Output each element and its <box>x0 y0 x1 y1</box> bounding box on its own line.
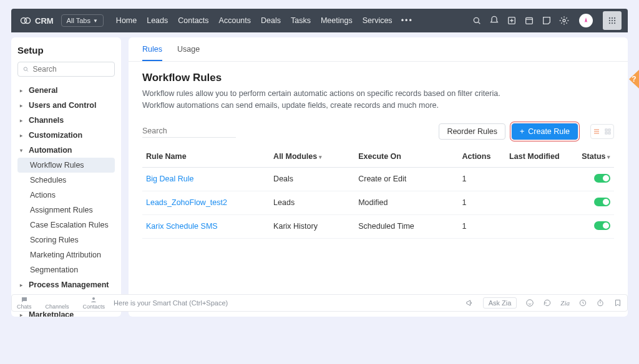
nav-meetings[interactable]: Meetings <box>321 16 353 25</box>
add-icon[interactable] <box>507 16 517 26</box>
announce-icon[interactable] <box>466 299 474 307</box>
brand: CRM <box>20 15 54 26</box>
rule-name-link[interactable]: Karix Schedule SMS <box>142 214 270 238</box>
col-last-modified: Last Modified <box>505 146 567 168</box>
nav-home[interactable]: Home <box>116 16 137 25</box>
sidebar-item-label: Users and Control <box>29 101 96 110</box>
apps-grid-icon[interactable] <box>603 11 622 30</box>
rule-status-cell <box>567 191 614 214</box>
main-tabs: Rules Usage <box>129 37 628 62</box>
page-title: Workflow Rules <box>142 72 614 84</box>
nav-accounts[interactable]: Accounts <box>219 16 251 25</box>
footer-channels[interactable]: Channels <box>46 296 69 310</box>
svg-point-2 <box>474 17 479 22</box>
table-row: Big Deal RuleDealsCreate or Edit1 <box>142 167 614 191</box>
sidebar-sub-segmentation[interactable]: Segmentation <box>17 262 115 277</box>
create-rule-button[interactable]: + Create Rule <box>512 123 578 140</box>
footer-chats[interactable]: Chats <box>17 296 32 310</box>
nav-deals[interactable]: Deals <box>261 16 281 25</box>
caret-right-icon: ▸ <box>20 88 25 93</box>
rule-actions: 1 <box>459 191 506 214</box>
sidebar-title: Setup <box>17 45 115 55</box>
caret-down-icon: ▾ <box>20 148 25 153</box>
footer-contacts[interactable]: Contacts <box>83 296 105 310</box>
bell-icon[interactable] <box>489 16 499 26</box>
nav-contacts[interactable]: Contacts <box>178 16 208 25</box>
tab-usage[interactable]: Usage <box>177 45 200 61</box>
status-toggle[interactable] <box>594 198 610 206</box>
nav-leads[interactable]: Leads <box>147 16 168 25</box>
svg-point-7 <box>612 17 613 19</box>
sidebar-item-general[interactable]: ▸General <box>17 83 115 98</box>
list-view-icon[interactable] <box>591 125 602 138</box>
rules-search[interactable] <box>142 125 236 138</box>
caret-right-icon: ▸ <box>20 312 25 317</box>
calendar-icon[interactable] <box>524 16 534 26</box>
gear-icon[interactable] <box>559 16 569 26</box>
sidebar-sub-case-escalation[interactable]: Case Escalation Rules <box>17 218 115 232</box>
rule-last-modified <box>505 214 567 238</box>
sidebar-sub-label: Case Escalation Rules <box>30 221 109 229</box>
sidebar-sub-workflow-rules[interactable]: Workflow Rules <box>17 158 115 173</box>
search-icon[interactable] <box>472 16 482 26</box>
tab-rules[interactable]: Rules <box>142 45 162 61</box>
primary-nav: Home Leads Contacts Accounts Deals Tasks… <box>116 16 393 25</box>
sidebar-item-automation[interactable]: ▾Automation <box>17 143 115 158</box>
col-actions: Actions <box>459 146 506 168</box>
sidebar-search[interactable] <box>17 62 115 77</box>
nav-tasks[interactable]: Tasks <box>291 16 311 25</box>
refresh-icon[interactable] <box>543 299 552 307</box>
rule-name-link[interactable]: Leads_ZohoFlow_test2 <box>142 191 270 214</box>
avatar[interactable] <box>579 14 593 27</box>
grid-view-icon[interactable] <box>602 125 613 138</box>
sidebar-item-channels[interactable]: ▸Channels <box>17 113 115 128</box>
clock-icon[interactable] <box>578 299 587 307</box>
sidebar-item-users-control[interactable]: ▸Users and Control <box>17 98 115 113</box>
rule-name-link[interactable]: Big Deal Rule <box>142 167 270 191</box>
svg-point-9 <box>609 20 610 21</box>
svg-point-11 <box>614 20 615 21</box>
rules-toolbar: Reorder Rules + Create Rule <box>142 123 614 140</box>
footer-right: Ask Zia Zia <box>466 297 622 309</box>
ask-zia-button[interactable]: Ask Zia <box>483 297 517 309</box>
sidebar-sub-assignment-rules[interactable]: Assignment Rules <box>17 203 115 218</box>
svg-point-8 <box>614 17 615 19</box>
svg-point-6 <box>609 17 610 19</box>
inbox-icon[interactable] <box>542 16 552 26</box>
footer-left: Chats Channels Contacts <box>17 296 105 310</box>
smile-icon[interactable] <box>525 299 534 307</box>
svg-point-13 <box>612 22 613 24</box>
svg-point-15 <box>24 67 27 70</box>
sidebar-sub-marketing-attribution[interactable]: Marketing Attribution <box>17 247 115 262</box>
sidebar-sub-actions[interactable]: Actions <box>17 188 115 203</box>
nav-services[interactable]: Services <box>363 16 393 25</box>
col-rule-name: Rule Name <box>142 146 270 168</box>
reorder-rules-button[interactable]: Reorder Rules <box>439 123 505 140</box>
nav-more-icon[interactable]: ••• <box>401 16 413 25</box>
zia-icon[interactable]: Zia <box>560 299 570 307</box>
search-icon <box>22 65 29 73</box>
help-tab-icon[interactable]: ? <box>629 70 639 89</box>
col-status[interactable]: Status <box>567 146 614 168</box>
sidebar-sub-label: Marketing Attribution <box>30 251 101 259</box>
sidebar-sub-scoring-rules[interactable]: Scoring Rules <box>17 232 115 247</box>
caret-right-icon: ▸ <box>20 133 25 138</box>
sidebar-item-customization[interactable]: ▸Customization <box>17 128 115 143</box>
stopwatch-icon[interactable] <box>596 299 605 307</box>
rule-status-cell <box>567 214 614 238</box>
col-modules[interactable]: All Modules <box>270 146 354 168</box>
svg-point-12 <box>609 22 610 24</box>
sidebar-item-label: Customization <box>29 131 82 140</box>
sidebar-item-process-management[interactable]: ▸Process Management <box>17 277 115 292</box>
status-toggle[interactable] <box>594 221 610 230</box>
sidebar-sub-label: Actions <box>30 191 56 199</box>
status-toggle[interactable] <box>594 174 610 183</box>
all-tabs-dropdown[interactable]: All Tabs ▼ <box>61 14 104 27</box>
sidebar-sub-schedules[interactable]: Schedules <box>17 173 115 188</box>
bookmark-icon[interactable] <box>613 299 622 307</box>
rules-search-input[interactable] <box>142 127 240 135</box>
table-row: Karix Schedule SMSKarix HistoryScheduled… <box>142 214 614 238</box>
sidebar-search-input[interactable] <box>33 65 110 74</box>
sidebar-item-label: Channels <box>29 116 64 125</box>
sidebar-item-label: Automation <box>29 146 72 155</box>
